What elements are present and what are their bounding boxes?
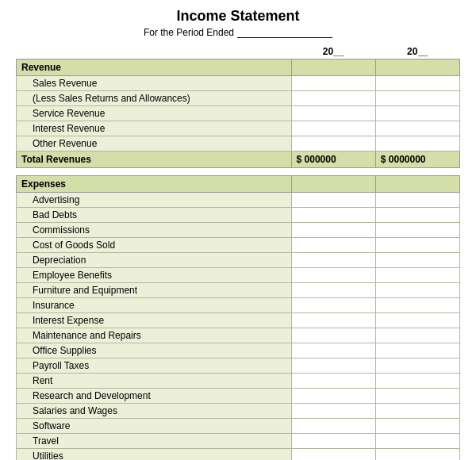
expenses-col1-header — [291, 176, 375, 193]
main-title: Income Statement — [16, 8, 460, 25]
list-item: Software — [17, 419, 460, 434]
item-label: Cost of Goods Sold — [17, 238, 292, 253]
expenses-label: Expenses — [17, 176, 292, 193]
list-item: Rent — [17, 374, 460, 389]
item-label: Interest Expense — [17, 313, 292, 328]
item-label: (Less Sales Returns and Allowances) — [17, 91, 292, 106]
item-label: Commissions — [17, 223, 292, 238]
item-label: Other Revenue — [17, 136, 292, 151]
item-label: Sales Revenue — [17, 76, 292, 91]
item-label: Salaries and Wages — [17, 404, 292, 419]
item-val1 — [291, 76, 375, 91]
item-label: Insurance — [17, 298, 292, 313]
list-item: Advertising — [17, 193, 460, 208]
item-val2 — [375, 76, 459, 91]
list-item: Depreciation — [17, 253, 460, 268]
item-label: Advertising — [17, 193, 292, 208]
revenue-label: Revenue — [17, 59, 292, 76]
item-label: Service Revenue — [17, 106, 292, 121]
period-underline — [237, 26, 332, 38]
item-val2 — [375, 136, 459, 151]
title-section: Income Statement For the Period Ended — [16, 8, 460, 38]
list-item: Employee Benefits — [17, 268, 460, 283]
total-revenues-val2: $ 0000000 — [375, 151, 459, 168]
item-val1 — [291, 136, 375, 151]
revenue-col1-header — [291, 59, 375, 76]
item-val1 — [291, 91, 375, 106]
list-item: Furniture and Equipment — [17, 283, 460, 298]
item-label: Bad Debts — [17, 208, 292, 223]
col-header-row: 20__ 20__ — [17, 44, 460, 59]
list-item: Bad Debts — [17, 208, 460, 223]
item-label: Interest Revenue — [17, 121, 292, 136]
item-val2 — [375, 121, 459, 136]
item-label: Travel — [17, 434, 292, 449]
expenses-header-row: Expenses — [17, 176, 460, 193]
list-item: Other Revenue — [17, 136, 460, 151]
list-item: Office Supplies — [17, 343, 460, 358]
item-val1 — [291, 106, 375, 121]
subtitle-text: For the Period Ended — [144, 27, 234, 38]
item-label: Office Supplies — [17, 343, 292, 358]
total-revenues-row: Total Revenues $ 000000 $ 0000000 — [17, 151, 460, 168]
item-label: Utilities — [17, 449, 292, 461]
total-revenues-val1: $ 000000 — [291, 151, 375, 168]
item-label: Employee Benefits — [17, 268, 292, 283]
spacer — [17, 168, 460, 176]
item-val2 — [375, 91, 459, 106]
item-label: Payroll Taxes — [17, 358, 292, 374]
list-item: Sales Revenue — [17, 76, 460, 91]
item-label: Furniture and Equipment — [17, 283, 292, 298]
expenses-col2-header — [375, 176, 459, 193]
item-val2 — [375, 106, 459, 121]
list-item: (Less Sales Returns and Allowances) — [17, 91, 460, 106]
revenue-col2-header — [375, 59, 459, 76]
list-item: Service Revenue — [17, 106, 460, 121]
list-item: Utilities — [17, 449, 460, 461]
item-label: Research and Development — [17, 389, 292, 404]
period-line: For the Period Ended — [144, 26, 332, 38]
list-item: Interest Revenue — [17, 121, 460, 136]
list-item: Salaries and Wages — [17, 404, 460, 419]
list-item: Commissions — [17, 223, 460, 238]
item-label: Depreciation — [17, 253, 292, 268]
list-item: Payroll Taxes — [17, 358, 460, 374]
list-item: Maintenance and Repairs — [17, 328, 460, 343]
item-label: Software — [17, 419, 292, 434]
list-item: Research and Development — [17, 389, 460, 404]
total-revenues-label: Total Revenues — [17, 151, 292, 168]
col-header-2: 20__ — [375, 44, 459, 59]
list-item: Travel — [17, 434, 460, 449]
list-item: Insurance — [17, 298, 460, 313]
revenue-header-row: Revenue — [17, 59, 460, 76]
item-label: Rent — [17, 374, 292, 389]
col-header-1: 20__ — [291, 44, 375, 59]
list-item: Interest Expense — [17, 313, 460, 328]
item-label: Maintenance and Repairs — [17, 328, 292, 343]
list-item: Cost of Goods Sold — [17, 238, 460, 253]
item-val1 — [291, 121, 375, 136]
